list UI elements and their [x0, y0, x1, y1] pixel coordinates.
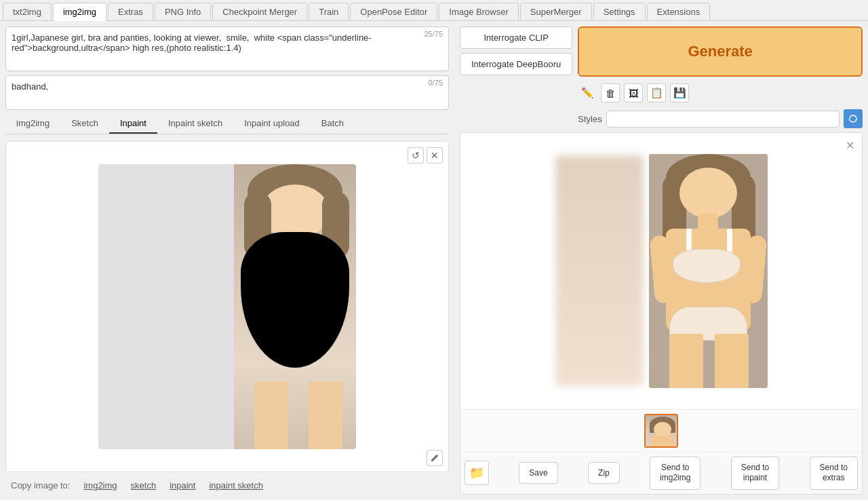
thumbnail-item[interactable]: [644, 414, 678, 448]
sub-tab-batch[interactable]: Batch: [311, 114, 355, 134]
inpaint-canvas[interactable]: ↺ ✕: [5, 141, 449, 472]
folder-icon: 📁: [469, 465, 484, 480]
output-main-area: ✕: [460, 133, 862, 409]
tab-txt2img[interactable]: txt2img: [3, 3, 52, 20]
negative-prompt-input[interactable]: badhand,: [6, 76, 448, 107]
toolbar-icons-row: ✏️ 🗑 🖼 📋 💾: [578, 81, 863, 105]
trash-icon[interactable]: 🗑: [601, 83, 620, 102]
canvas-controls: ↺ ✕: [408, 147, 443, 164]
positive-prompt-input[interactable]: 1girl,Japanese girl, bra and panties, lo…: [6, 27, 448, 69]
pencil-icon[interactable]: ✏️: [578, 83, 597, 102]
tab-settings[interactable]: Settings: [593, 3, 646, 20]
copy-to-inpaint[interactable]: inpaint: [170, 480, 195, 491]
copy-to-sketch[interactable]: sketch: [131, 480, 157, 491]
output-actions-bar: 📁 Save Zip Send to img2img Send to inpai…: [460, 452, 862, 494]
tab-checkpoint-merger[interactable]: Checkpoint Merger: [212, 3, 307, 20]
send-to-inpaint-button[interactable]: Send to inpaint: [731, 457, 779, 490]
styles-dropdown[interactable]: [606, 111, 840, 128]
folder-button[interactable]: 📁: [465, 461, 489, 485]
sub-tab-inpaint-upload[interactable]: Inpaint upload: [233, 114, 311, 134]
styles-row: Styles: [578, 109, 863, 128]
generate-button[interactable]: Generate: [579, 28, 861, 75]
canvas-edit-btn[interactable]: [427, 450, 443, 466]
send-to-extras-button[interactable]: Send to extras: [810, 457, 858, 490]
interrogate-deepbooru-btn[interactable]: Interrogate DeepBooru: [460, 53, 572, 75]
zip-button[interactable]: Zip: [588, 462, 620, 484]
tab-openpose-editor[interactable]: OpenPose Editor: [350, 3, 437, 20]
copy-image-label: Copy image to:: [11, 480, 70, 491]
thumbnail-strip: [460, 409, 862, 452]
sub-tab-inpaint-sketch[interactable]: Inpaint sketch: [157, 114, 233, 134]
main-tab-bar: txt2img img2img Extras PNG Info Checkpoi…: [0, 0, 868, 21]
canvas-reset-btn[interactable]: ↺: [408, 147, 424, 164]
tab-image-browser[interactable]: Image Browser: [439, 3, 518, 20]
canvas-close-btn[interactable]: ✕: [427, 147, 443, 164]
left-panel: 25/75 1girl,Japanese girl, bra and panti…: [0, 21, 454, 500]
output-panel: ✕: [460, 132, 863, 495]
output-close-btn[interactable]: ✕: [843, 138, 856, 152]
tab-png-info[interactable]: PNG Info: [155, 3, 211, 20]
save-button[interactable]: Save: [519, 462, 557, 484]
styles-refresh-btn[interactable]: [844, 109, 863, 128]
save-icon[interactable]: 💾: [670, 83, 689, 102]
negative-prompt-counter: 0/75: [429, 79, 443, 87]
image-icon[interactable]: 🖼: [624, 83, 643, 102]
send-to-img2img-button[interactable]: Send to img2img: [650, 457, 701, 490]
tab-supermerger[interactable]: SuperMerger: [520, 3, 592, 20]
copy-to-img2img[interactable]: img2img: [83, 480, 117, 491]
generate-btn-wrapper: Generate: [578, 26, 863, 77]
tab-train[interactable]: Train: [309, 3, 349, 20]
negative-prompt-container: 0/75 badhand,: [5, 75, 449, 110]
sub-tab-inpaint[interactable]: Inpaint: [109, 114, 157, 134]
positive-prompt-counter: 25/75: [424, 30, 443, 38]
tab-extras[interactable]: Extras: [108, 3, 153, 20]
positive-prompt-container: 25/75 1girl,Japanese girl, bra and panti…: [5, 26, 449, 71]
sub-tab-img2img[interactable]: img2img: [5, 114, 60, 134]
interrogate-buttons: Interrogate CLIP Interrogate DeepBooru: [460, 26, 572, 75]
styles-label: Styles: [578, 114, 601, 124]
tab-img2img[interactable]: img2img: [53, 3, 106, 21]
copy-image-bar: Copy image to: img2img sketch inpaint in…: [5, 476, 449, 495]
interrogate-clip-btn[interactable]: Interrogate CLIP: [460, 26, 572, 49]
copy-to-inpaint-sketch[interactable]: inpaint sketch: [209, 480, 263, 491]
main-content: 25/75 1girl,Japanese girl, bra and panti…: [0, 21, 868, 500]
sub-tab-bar: img2img Sketch Inpaint Inpaint sketch In…: [5, 114, 449, 134]
clipboard-icon[interactable]: 📋: [647, 83, 666, 102]
sub-tab-sketch[interactable]: Sketch: [60, 114, 109, 134]
tab-extensions[interactable]: Extensions: [647, 3, 711, 20]
